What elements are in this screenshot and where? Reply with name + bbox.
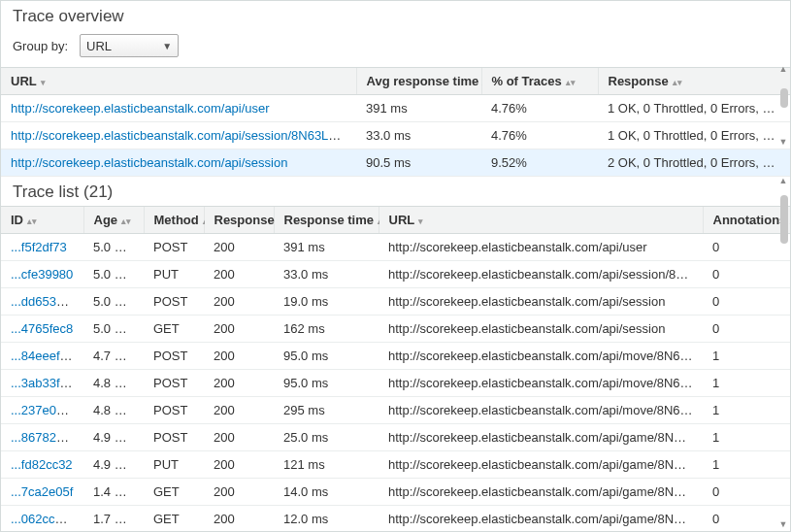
overview-url-cell[interactable]: http://scorekeep.elasticbeanstalk.com/ap… bbox=[1, 122, 356, 150]
trace-id-cell[interactable]: ...4765fec8 bbox=[1, 316, 83, 343]
overview-row[interactable]: http://scorekeep.elasticbeanstalk.com/ap… bbox=[1, 95, 790, 122]
trace-method-cell: POST bbox=[144, 397, 204, 424]
trace-id-link[interactable]: ...237e0705 bbox=[11, 403, 78, 417]
trace-response-cell: 200 bbox=[204, 506, 274, 533]
overview-row[interactable]: http://scorekeep.elasticbeanstalk.com/ap… bbox=[1, 122, 790, 150]
group-by-label: Group by: bbox=[13, 39, 68, 53]
trace-id-cell[interactable]: ...7ca2e05f bbox=[1, 479, 83, 506]
trace-url-cell: http://scorekeep.elasticbeanstalk.com/ap… bbox=[379, 451, 703, 479]
trace-id-link[interactable]: ...fd82cc32 bbox=[11, 457, 73, 472]
trace-response-cell: 200 bbox=[204, 288, 274, 316]
tracelist-row[interactable]: ...7ca2e05f1.4 minGET20014.0 mshttp://sc… bbox=[1, 479, 790, 506]
col-rt[interactable]: Response time▴▾ bbox=[274, 207, 379, 234]
trace-method-cell: POST bbox=[144, 234, 204, 261]
trace-age-cell: 4.8 min bbox=[83, 397, 144, 424]
tracelist-row[interactable]: ...cfe399805.0 minPUT20033.0 mshttp://sc… bbox=[1, 261, 790, 288]
trace-id-link[interactable]: ...dd653e4c bbox=[11, 294, 77, 309]
col-response[interactable]: Response▴▾ bbox=[204, 207, 274, 234]
col-resp[interactable]: Response▴▾ bbox=[598, 68, 790, 95]
trace-id-link[interactable]: ...3ab33fdb bbox=[11, 376, 74, 390]
trace-age-cell: 4.9 min bbox=[83, 451, 144, 479]
trace-id-link[interactable]: ...4765fec8 bbox=[11, 321, 73, 336]
trace-ann-cell: 0 bbox=[703, 288, 790, 316]
overview-url-link[interactable]: http://scorekeep.elasticbeanstalk.com/ap… bbox=[11, 155, 287, 170]
trace-id-cell[interactable]: ...86782227 bbox=[1, 424, 83, 451]
scroll-up-icon[interactable]: ▲ bbox=[778, 176, 788, 185]
overview-url-cell[interactable]: http://scorekeep.elasticbeanstalk.com/ap… bbox=[1, 150, 356, 177]
col-method[interactable]: Method▴▾ bbox=[144, 207, 204, 234]
trace-response-cell: 200 bbox=[204, 424, 274, 451]
trace-list-section: Trace list (21) ID▴▾ Age▴▾ Method▴▾ Resp… bbox=[1, 177, 790, 532]
group-by-select[interactable]: URL ▼ bbox=[80, 34, 179, 57]
trace-url-cell: http://scorekeep.elasticbeanstalk.com/ap… bbox=[379, 370, 703, 397]
trace-rt-cell: 95.0 ms bbox=[274, 343, 379, 370]
tracelist-row[interactable]: ...062ccac51.7 minGET20012.0 mshttp://sc… bbox=[1, 506, 790, 533]
trace-url-cell: http://scorekeep.elasticbeanstalk.com/ap… bbox=[379, 343, 703, 370]
scroll-up-icon[interactable]: ▲ bbox=[778, 64, 788, 74]
trace-rt-cell: 95.0 ms bbox=[274, 370, 379, 397]
tracelist-row[interactable]: ...4765fec85.0 minGET200162 mshttp://sco… bbox=[1, 316, 790, 343]
sort-updown-icon: ▴▾ bbox=[121, 217, 131, 226]
trace-id-cell[interactable]: ...237e0705 bbox=[1, 397, 83, 424]
trace-url-cell: http://scorekeep.elasticbeanstalk.com/ap… bbox=[379, 234, 703, 261]
scroll-down-icon[interactable]: ▼ bbox=[778, 137, 788, 147]
trace-rt-cell: 33.0 ms bbox=[274, 261, 379, 288]
trace-id-cell[interactable]: ...f5f2df73 bbox=[1, 234, 83, 261]
trace-rt-cell: 121 ms bbox=[274, 451, 379, 479]
tracelist-row[interactable]: ...867822274.9 minPOST20025.0 mshttp://s… bbox=[1, 424, 790, 451]
overview-row[interactable]: http://scorekeep.elasticbeanstalk.com/ap… bbox=[1, 150, 790, 177]
tracelist-scroll-thumb[interactable] bbox=[780, 195, 788, 244]
col-url[interactable]: URL▾ bbox=[379, 207, 703, 234]
trace-id-cell[interactable]: ...84eeef29 bbox=[1, 343, 83, 370]
col-age[interactable]: Age▴▾ bbox=[83, 207, 144, 234]
trace-id-link[interactable]: ...84eeef29 bbox=[11, 349, 74, 363]
trace-ann-cell: 0 bbox=[703, 506, 790, 533]
col-id[interactable]: ID▴▾ bbox=[1, 207, 83, 234]
trace-url-cell: http://scorekeep.elasticbeanstalk.com/ap… bbox=[379, 424, 703, 451]
col-url[interactable]: URL▾ bbox=[1, 68, 356, 95]
trace-response-cell: 200 bbox=[204, 234, 274, 261]
tracelist-row[interactable]: ...237e07054.8 minPOST200295 mshttp://sc… bbox=[1, 397, 790, 424]
trace-id-cell[interactable]: ...cfe39980 bbox=[1, 261, 83, 288]
tracelist-header-row: ID▴▾ Age▴▾ Method▴▾ Response▴▾ Response … bbox=[1, 207, 790, 234]
overview-pct-cell: 4.76% bbox=[481, 95, 598, 122]
overview-url-link[interactable]: http://scorekeep.elasticbeanstalk.com/ap… bbox=[11, 128, 354, 143]
sort-updown-icon: ▴▾ bbox=[27, 217, 37, 226]
sort-updown-icon: ▴▾ bbox=[566, 79, 576, 87]
scroll-down-icon[interactable]: ▼ bbox=[778, 519, 788, 529]
trace-overview-title: Trace overview bbox=[1, 1, 790, 30]
tracelist-row[interactable]: ...84eeef294.7 minPOST20095.0 mshttp://s… bbox=[1, 343, 790, 370]
sort-updown-icon: ▴▾ bbox=[673, 79, 682, 87]
trace-id-link[interactable]: ...f5f2df73 bbox=[11, 240, 67, 254]
trace-id-link[interactable]: ...7ca2e05f bbox=[11, 484, 73, 499]
overview-url-cell[interactable]: http://scorekeep.elasticbeanstalk.com/ap… bbox=[1, 95, 356, 122]
trace-id-cell[interactable]: ...062ccac5 bbox=[1, 506, 83, 533]
trace-id-cell[interactable]: ...dd653e4c bbox=[1, 288, 83, 316]
trace-method-cell: POST bbox=[144, 288, 204, 316]
overview-scroll-thumb[interactable] bbox=[780, 88, 788, 108]
overview-url-link[interactable]: http://scorekeep.elasticbeanstalk.com/ap… bbox=[11, 101, 270, 116]
trace-age-cell: 1.7 min bbox=[83, 506, 144, 533]
trace-response-cell: 200 bbox=[204, 451, 274, 479]
col-avg[interactable]: Avg response time▴▾ bbox=[356, 68, 481, 95]
group-by-value: URL bbox=[86, 39, 112, 53]
trace-id-link[interactable]: ...062ccac5 bbox=[11, 512, 76, 526]
trace-url-cell: http://scorekeep.elasticbeanstalk.com/ap… bbox=[379, 261, 703, 288]
trace-age-cell: 4.9 min bbox=[83, 424, 144, 451]
trace-response-cell: 200 bbox=[204, 370, 274, 397]
tracelist-row[interactable]: ...dd653e4c5.0 minPOST20019.0 mshttp://s… bbox=[1, 288, 790, 316]
trace-ann-cell: 1 bbox=[703, 370, 790, 397]
trace-ann-cell: 0 bbox=[703, 234, 790, 261]
tracelist-row[interactable]: ...3ab33fdb4.8 minPOST20095.0 mshttp://s… bbox=[1, 370, 790, 397]
tracelist-row[interactable]: ...f5f2df735.0 minPOST200391 mshttp://sc… bbox=[1, 234, 790, 261]
trace-response-cell: 200 bbox=[204, 479, 274, 506]
trace-id-link[interactable]: ...86782227 bbox=[11, 430, 78, 445]
col-pct[interactable]: % of Traces▴▾ bbox=[481, 68, 598, 95]
overview-table: URL▾ Avg response time▴▾ % of Traces▴▾ R… bbox=[1, 67, 790, 177]
col-ann[interactable]: Annotations▴▾ bbox=[703, 207, 790, 234]
trace-id-cell[interactable]: ...3ab33fdb bbox=[1, 370, 83, 397]
trace-id-cell[interactable]: ...fd82cc32 bbox=[1, 451, 83, 479]
trace-response-cell: 200 bbox=[204, 316, 274, 343]
trace-id-link[interactable]: ...cfe39980 bbox=[11, 267, 73, 282]
tracelist-row[interactable]: ...fd82cc324.9 minPUT200121 mshttp://sco… bbox=[1, 451, 790, 479]
